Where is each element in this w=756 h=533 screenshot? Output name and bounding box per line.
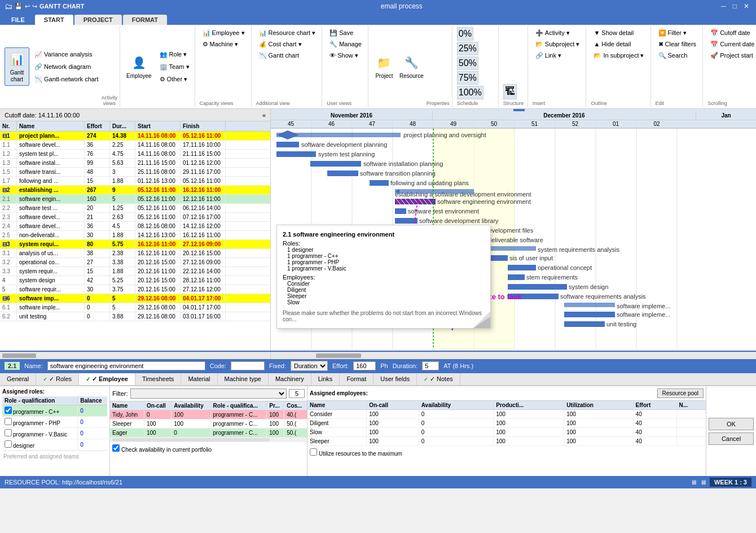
monitor-icon-1[interactable]: 🖥 xyxy=(691,479,697,486)
table-row[interactable]: 4 system design 42 5.25 20.12.16 15:00 2… xyxy=(0,276,270,285)
table-row[interactable]: 1.3 software instal... 99 5.63 21.11.16 … xyxy=(0,159,270,168)
variance-analysis-btn[interactable]: 📈Variance analysis xyxy=(32,49,102,60)
table-row[interactable]: ⊟6 software imp... 0 5 29.12.16 08:00 04… xyxy=(0,294,270,303)
ok-btn[interactable]: OK xyxy=(709,418,754,430)
table-row[interactable]: 2.5 non-deliverabl... 30 1.88 14.12.16 1… xyxy=(0,231,270,240)
table-row[interactable]: 1.1 software devel... 36 2.25 14.11.16 0… xyxy=(0,141,270,150)
table-row[interactable]: 2.1 software engin... 160 5 05.12.16 11:… xyxy=(0,195,270,204)
project-start-btn[interactable]: 🚀Project start xyxy=(707,50,756,61)
emp-row[interactable]: Sleeper 100 0 100 100 40 xyxy=(307,437,706,446)
role-cb[interactable] xyxy=(5,429,12,436)
tab-user-fields[interactable]: User fields xyxy=(373,373,417,385)
clear-filters-btn[interactable]: ✖Clear filters xyxy=(656,38,700,50)
tab-format[interactable]: FORMAT xyxy=(123,15,167,25)
table-row[interactable]: 2.2 software test ... 20 1.25 05.12.16 1… xyxy=(0,204,270,213)
capacity-machine-btn[interactable]: ⚙Machine ▾ xyxy=(200,38,248,50)
tab-roles[interactable]: ✓ Roles xyxy=(36,373,79,385)
team-btn[interactable]: 🏢Team ▾ xyxy=(157,61,192,72)
tab-notes[interactable]: ✓ Notes xyxy=(417,373,460,385)
left-scroll-thumb[interactable] xyxy=(2,353,36,358)
duration-input[interactable] xyxy=(422,361,439,370)
fixed-select[interactable]: Duration Effort xyxy=(291,361,328,371)
redo-icon[interactable]: ↪ xyxy=(32,3,37,10)
add-gantt-btn[interactable]: 📉Gantt chart xyxy=(256,50,319,61)
role-cb[interactable] xyxy=(5,440,12,448)
tab-machine-type[interactable]: Machine type xyxy=(218,373,269,385)
tab-material[interactable]: Material xyxy=(181,373,217,385)
tab-file[interactable]: FILE xyxy=(2,15,34,25)
table-row[interactable]: 6.1 software imple... 0 5 29.12.16 08:00… xyxy=(0,303,270,312)
utilize-max-cb[interactable] xyxy=(310,448,317,456)
table-row[interactable]: 1.2 system test pl... 76 4.75 14.11.16 0… xyxy=(0,150,270,159)
name-input[interactable] xyxy=(47,361,205,370)
table-row[interactable]: ⊟1 project plann... 274 14.38 14.11.16 0… xyxy=(0,132,270,141)
cutoff-arrow[interactable]: « xyxy=(262,112,266,119)
subproject-btn[interactable]: 📂Subproject ▾ xyxy=(533,38,583,50)
schedule-100-btn[interactable]: 100% xyxy=(457,86,484,99)
table-row[interactable]: 1.5 software transi... 48 3 25.11.16 08:… xyxy=(0,168,270,177)
code-input[interactable] xyxy=(231,361,265,370)
schedule-75-btn[interactable]: 75% xyxy=(457,71,478,85)
table-row[interactable]: 6.2 unit testing 0 3.88 29.12.16 08:00 0… xyxy=(0,312,270,321)
emp-row[interactable]: Consider 100 0 100 100 40 xyxy=(307,410,706,419)
save-icon[interactable]: 💾 xyxy=(15,3,23,10)
table-row[interactable]: 1.7 following and ... 15 1.88 01.12.16 1… xyxy=(0,177,270,186)
effort-input[interactable] xyxy=(353,361,376,370)
table-row[interactable]: ⊟3 system requi... 80 5.75 16.12.16 11:0… xyxy=(0,240,270,249)
table-row[interactable]: 3.1 analysis of us... 38 2.38 16.12.16 1… xyxy=(0,249,270,258)
resource-pool-btn[interactable]: Resource pool xyxy=(657,388,704,398)
role-row[interactable]: programmer - C++ 0 xyxy=(2,405,107,417)
gantt-network-btn[interactable]: 📉Gantt-network chart xyxy=(32,73,102,85)
tab-links[interactable]: Links xyxy=(311,373,340,385)
tab-machinery[interactable]: Machinery xyxy=(269,373,311,385)
hide-detail-btn[interactable]: ▲Hide detail xyxy=(591,38,647,50)
resource-btn[interactable]: 🔧 Resource xyxy=(397,50,427,84)
role-row[interactable]: programmer - V.Basic 0 xyxy=(2,428,107,439)
gantt-chart-btn[interactable]: 📊 Ganttchart xyxy=(5,47,29,86)
left-scrollbar[interactable] xyxy=(0,352,271,359)
tab-format[interactable]: Format xyxy=(340,373,373,385)
network-diagram-btn[interactable]: 🔗Network diagram xyxy=(32,61,102,72)
avail-scroll-thumb[interactable] xyxy=(112,438,270,442)
minimize-btn[interactable]: ─ xyxy=(719,2,728,10)
table-row[interactable]: ⊟2 establishing ... 267 9 05.12.16 11:00… xyxy=(0,186,270,195)
table-row[interactable]: 2.4 software devel... 36 4.5 08.12.16 08… xyxy=(0,222,270,231)
search-ribbon-btn[interactable]: 🔍Search xyxy=(656,50,700,61)
schedule-50-btn[interactable]: 50% xyxy=(457,56,478,70)
tab-employee[interactable]: ✓ Employee xyxy=(79,373,135,385)
tab-project[interactable]: PROJECT xyxy=(74,15,122,25)
close-btn[interactable]: ✕ xyxy=(741,2,751,10)
table-row[interactable]: 3.3 system requir... 15 1.88 20.12.16 11… xyxy=(0,267,270,276)
current-date-btn[interactable]: 📅Current date xyxy=(707,38,756,50)
show-detail-btn[interactable]: ▼Show detail xyxy=(591,27,647,38)
capacity-employee-btn[interactable]: 📊Employee ▾ xyxy=(200,27,248,38)
structure-icon-1[interactable]: 🏗 xyxy=(503,84,517,99)
schedule-0-btn[interactable]: 0% xyxy=(457,27,473,41)
filter-dropdown[interactable] xyxy=(130,388,287,399)
table-row[interactable]: 2.3 software devel... 21 2.63 05.12.16 1… xyxy=(0,213,270,222)
table-row[interactable]: 3.2 operational co... 27 3.38 20.12.16 1… xyxy=(0,258,270,267)
tab-start[interactable]: START xyxy=(35,15,73,25)
show-btn[interactable]: 👁Show ▾ xyxy=(327,50,364,61)
maximize-btn[interactable]: □ xyxy=(731,2,739,10)
table-row[interactable]: 5 software requir... 30 3.75 20.12.16 15… xyxy=(0,285,270,294)
role-row[interactable]: designer 0 xyxy=(2,439,107,451)
in-subproject-btn[interactable]: 📂In subproject ▾ xyxy=(591,50,647,61)
avail-emp-row[interactable]: Eager 100 0 programmer - C... 100 50.( xyxy=(110,429,307,438)
emp-row[interactable]: Slow 100 0 100 100 40 xyxy=(307,428,706,437)
role-btn[interactable]: 👥Role ▾ xyxy=(157,49,192,60)
right-scroll-thumb[interactable] xyxy=(316,353,361,358)
activity-insert-btn[interactable]: ➕Activity ▾ xyxy=(533,27,583,38)
tab-general[interactable]: General xyxy=(0,373,36,385)
project-btn[interactable]: 📁 Project xyxy=(372,50,397,84)
role-row[interactable]: programmer - PHP 0 xyxy=(2,417,107,428)
manage-btn[interactable]: 🔧Manage xyxy=(327,38,364,50)
link-btn[interactable]: 🔗Link ▾ xyxy=(533,50,583,61)
avail-scrollbar[interactable] xyxy=(110,438,307,442)
filter-count[interactable] xyxy=(289,389,305,398)
right-scrollbar[interactable] xyxy=(271,352,756,359)
resource-chart-btn[interactable]: 📊Resource chart ▾ xyxy=(256,27,319,38)
cancel-btn[interactable]: Cancel xyxy=(709,432,754,445)
cutoff-date-btn[interactable]: 📅Cutoff date xyxy=(707,27,756,38)
monitor-icon-2[interactable]: 🖥 xyxy=(700,479,706,486)
